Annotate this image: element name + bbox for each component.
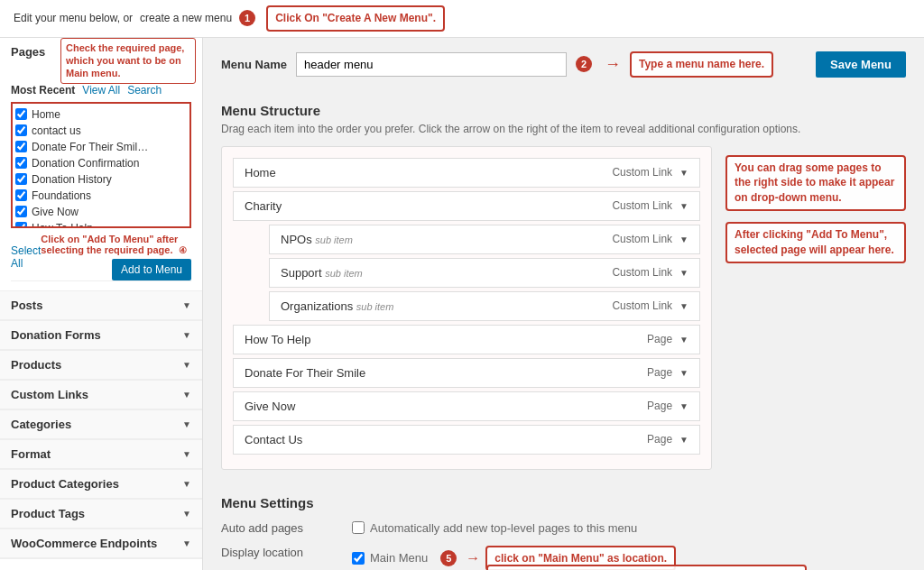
annotation-1: Click On "Create A New Menu". bbox=[266, 5, 445, 32]
annotation-badge-1: 1 bbox=[239, 10, 255, 26]
sidebar-section-posts-header[interactable]: Posts ▼ bbox=[0, 291, 202, 320]
checkbox-donate[interactable] bbox=[15, 141, 27, 152]
auto-add-checkbox[interactable] bbox=[352, 521, 365, 534]
menu-item-give-now[interactable]: Give Now Page ▼ bbox=[233, 391, 700, 421]
tab-search[interactable]: Search bbox=[127, 84, 162, 97]
list-item: Donation Confirmation bbox=[15, 155, 187, 171]
menu-name-label: Menu Name bbox=[221, 58, 287, 71]
menu-item-npos[interactable]: NPOs sub item Custom Link ▼ bbox=[269, 225, 700, 254]
menu-item-charity-arrow[interactable]: ▼ bbox=[679, 201, 688, 211]
menu-item-donate-arrow[interactable]: ▼ bbox=[679, 368, 688, 378]
annotation-badge-2: 2 bbox=[576, 56, 592, 72]
tab-view-all[interactable]: View All bbox=[82, 84, 120, 97]
menu-settings-section: Menu Settings Auto add pages Automatical… bbox=[221, 495, 906, 570]
menu-item-home-arrow[interactable]: ▼ bbox=[679, 168, 688, 178]
menu-item-give-now-label: Give Now bbox=[245, 400, 295, 413]
menu-item-contact-us-arrow[interactable]: ▼ bbox=[679, 435, 688, 445]
menu-item-organizations-label: Organizations sub item bbox=[281, 299, 393, 313]
product-categories-arrow-icon: ▼ bbox=[182, 479, 191, 489]
create-new-menu-link[interactable]: create a new menu bbox=[140, 12, 232, 24]
sidebar-section-custom-links-label: Custom Links bbox=[11, 388, 88, 401]
menu-item-how-to-help-label: How To Help bbox=[245, 333, 310, 346]
save-menu-button-top[interactable]: Save Menu bbox=[816, 51, 906, 78]
products-arrow-icon: ▼ bbox=[182, 360, 191, 370]
sidebar-section-woocommerce-endpoints-header[interactable]: WooCommerce Endpoints ▼ bbox=[0, 529, 202, 558]
sidebar-section-custom-links: Custom Links ▼ bbox=[0, 381, 202, 410]
menu-structure-title: Menu Structure bbox=[221, 103, 906, 118]
menu-item-organizations-arrow[interactable]: ▼ bbox=[679, 301, 688, 311]
checkbox-donation-history[interactable] bbox=[15, 173, 27, 185]
checkbox-contact-us[interactable] bbox=[15, 124, 27, 136]
menu-item-npos-arrow[interactable]: ▼ bbox=[679, 234, 688, 244]
page-label-donation-confirm: Donation Confirmation bbox=[32, 157, 139, 170]
menu-item-how-to-help[interactable]: How To Help Page ▼ bbox=[233, 325, 700, 354]
sidebar-section-product-categories-header[interactable]: Product Categories ▼ bbox=[0, 470, 202, 499]
sidebar-section-woocommerce-endpoints-label: WooCommerce Endpoints bbox=[11, 537, 157, 550]
menu-item-donate-label: Donate For Their Smile bbox=[245, 366, 365, 380]
pages-list: Home contact us Donate For Their Smil… D… bbox=[11, 102, 191, 228]
menu-structure-layout: Home Custom Link ▼ Charity Custom Link ▼ bbox=[221, 146, 906, 486]
format-arrow-icon: ▼ bbox=[182, 449, 191, 459]
checkbox-donation-confirm[interactable] bbox=[15, 157, 27, 169]
sidebar-section-format-header[interactable]: Format ▼ bbox=[0, 440, 202, 469]
main-menu-checkbox[interactable] bbox=[352, 552, 365, 565]
checkbox-how-to-help[interactable] bbox=[15, 222, 27, 228]
checkbox-give-now[interactable] bbox=[15, 206, 27, 217]
add-to-menu-button[interactable]: Add to Menu bbox=[112, 259, 191, 280]
list-item: Give Now bbox=[15, 204, 187, 220]
sidebar-section-custom-links-header[interactable]: Custom Links ▼ bbox=[0, 381, 202, 409]
menu-item-how-to-help-arrow[interactable]: ▼ bbox=[679, 335, 688, 345]
donation-forms-arrow-icon: ▼ bbox=[182, 330, 191, 340]
menu-structure-section: Menu Structure Drag each item into the o… bbox=[221, 103, 906, 486]
menu-item-support-right: Custom Link ▼ bbox=[612, 266, 688, 279]
annotation-drag: You can drag some pages to the right sid… bbox=[725, 155, 906, 211]
sidebar-section-product-tags-label: Product Tags bbox=[11, 507, 85, 520]
annotation-badge-5: 5 bbox=[440, 550, 457, 566]
sidebar-section-woocommerce-endpoints: WooCommerce Endpoints ▼ bbox=[0, 529, 202, 559]
select-all-row: Select All Click on "Add To Menu" after … bbox=[11, 234, 191, 280]
sidebar-section-donation-forms-header[interactable]: Donation Forms ▼ bbox=[0, 321, 202, 350]
checkbox-home[interactable] bbox=[15, 108, 27, 120]
menu-item-npos-label: NPOs sub item bbox=[281, 233, 353, 246]
sidebar-section-product-categories-label: Product Categories bbox=[11, 477, 119, 491]
menu-item-how-to-help-right: Page ▼ bbox=[647, 333, 688, 345]
menu-item-contact-us-right: Page ▼ bbox=[647, 433, 688, 446]
menu-item-organizations-right: Custom Link ▼ bbox=[612, 299, 688, 312]
list-item: contact us bbox=[15, 123, 187, 139]
select-all-link[interactable]: Select All bbox=[11, 244, 41, 270]
arrow-5: → bbox=[466, 550, 480, 566]
menu-item-organizations[interactable]: Organizations sub item Custom Link ▼ bbox=[269, 291, 700, 321]
page-label-donate: Donate For Their Smil… bbox=[32, 141, 148, 153]
menu-item-charity-type: Custom Link bbox=[612, 199, 672, 212]
menu-item-support-type: Custom Link bbox=[612, 266, 672, 279]
menu-structure-list: Home Custom Link ▼ Charity Custom Link ▼ bbox=[221, 146, 712, 470]
tab-most-recent[interactable]: Most Recent bbox=[11, 84, 75, 97]
sidebar-section-product-tags-header[interactable]: Product Tags ▼ bbox=[0, 500, 202, 529]
checkbox-foundations[interactable] bbox=[15, 189, 27, 201]
menu-item-support-arrow[interactable]: ▼ bbox=[679, 268, 688, 278]
page-label-how-to-help: How To Help bbox=[32, 222, 93, 228]
main-menu-option: Main Menu bbox=[370, 551, 428, 565]
menu-name-input[interactable]: header menu bbox=[296, 52, 567, 77]
main-wrap: Check the required page, which you want … bbox=[0, 38, 924, 570]
menu-item-home[interactable]: Home Custom Link ▼ bbox=[233, 158, 700, 188]
top-bar: Edit your menu below, or create a new me… bbox=[0, 0, 924, 38]
sidebar-section-products-header[interactable]: Products ▼ bbox=[0, 351, 202, 380]
sidebar-section-categories: Categories ▼ bbox=[0, 410, 202, 440]
menu-item-give-now-arrow[interactable]: ▼ bbox=[679, 401, 688, 411]
menu-item-contact-us-type: Page bbox=[647, 433, 672, 446]
menu-item-contact-us[interactable]: Contact Us Page ▼ bbox=[233, 425, 700, 455]
arrow-annotation-2: → bbox=[605, 55, 621, 74]
display-location-label: Display location bbox=[221, 546, 338, 559]
sidebar-section-categories-header[interactable]: Categories ▼ bbox=[0, 410, 202, 439]
menu-item-donate[interactable]: Donate For Their Smile Page ▼ bbox=[233, 358, 700, 388]
sidebar-section-product-tags: Product Tags ▼ bbox=[0, 500, 202, 529]
list-item: Donate For Their Smil… bbox=[15, 139, 187, 155]
sidebar-section-format: Format ▼ bbox=[0, 440, 202, 470]
page-label-home: Home bbox=[32, 108, 60, 121]
menu-item-charity[interactable]: Charity Custom Link ▼ bbox=[233, 191, 700, 221]
menu-item-how-to-help-type: Page bbox=[647, 333, 672, 345]
page-label-give-now: Give Now bbox=[32, 206, 79, 218]
menu-item-support[interactable]: Support sub item Custom Link ▼ bbox=[269, 258, 700, 288]
pages-section: Check the required page, which you want … bbox=[0, 38, 202, 291]
